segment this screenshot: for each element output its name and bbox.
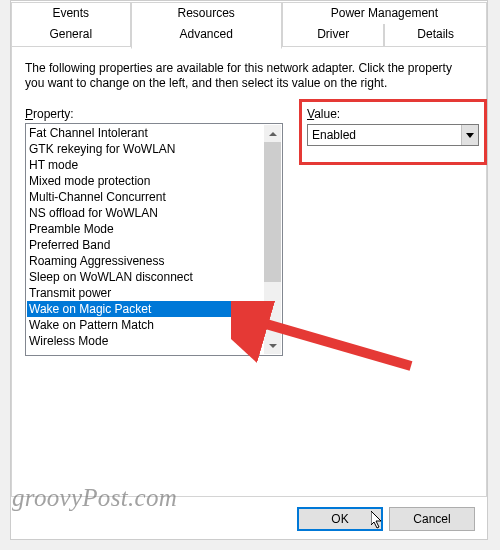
chevron-up-icon: [269, 132, 277, 136]
tab-events[interactable]: Events: [11, 2, 131, 25]
tab-general[interactable]: General: [11, 24, 131, 47]
watermark-text: groovyPost.com: [12, 484, 177, 512]
tab-advanced[interactable]: Advanced: [131, 24, 282, 49]
value-dropdown[interactable]: Enabled: [307, 124, 479, 146]
tab-strip: EventsResourcesPower Management GeneralA…: [11, 1, 487, 48]
list-item[interactable]: Preamble Mode: [27, 221, 265, 237]
listbox-scrollbar[interactable]: [264, 125, 281, 354]
tab-panel-advanced: The following properties are available f…: [25, 61, 473, 356]
chevron-down-icon: [466, 133, 474, 138]
scroll-down-button[interactable]: [264, 337, 281, 354]
list-item[interactable]: Fat Channel Intolerant: [27, 125, 265, 141]
list-item[interactable]: Mixed mode protection: [27, 173, 265, 189]
list-item[interactable]: Roaming Aggressiveness: [27, 253, 265, 269]
list-item[interactable]: GTK rekeying for WoWLAN: [27, 141, 265, 157]
dropdown-button[interactable]: [461, 125, 478, 145]
tab-power-management[interactable]: Power Management: [282, 2, 487, 25]
tab-resources[interactable]: Resources: [131, 2, 282, 25]
list-item[interactable]: Multi-Channel Concurrent: [27, 189, 265, 205]
list-item[interactable]: NS offload for WoWLAN: [27, 205, 265, 221]
list-item[interactable]: Wake on Magic Packet: [27, 301, 265, 317]
tab-details[interactable]: Details: [384, 24, 487, 47]
ok-button[interactable]: OK: [297, 507, 383, 531]
list-item[interactable]: Wake on Pattern Match: [27, 317, 265, 333]
property-label: Property:: [25, 107, 283, 121]
chevron-down-icon: [269, 344, 277, 348]
property-listbox[interactable]: Fat Channel IntolerantGTK rekeying for W…: [25, 123, 283, 356]
tab-driver[interactable]: Driver: [282, 24, 385, 47]
scroll-up-button[interactable]: [264, 125, 281, 142]
cancel-button[interactable]: Cancel: [389, 507, 475, 531]
value-dropdown-text: Enabled: [308, 128, 461, 142]
description-text: The following properties are available f…: [25, 61, 473, 91]
list-item[interactable]: Sleep on WoWLAN disconnect: [27, 269, 265, 285]
list-item[interactable]: Wireless Mode: [27, 333, 265, 349]
device-properties-dialog: EventsResourcesPower Management GeneralA…: [10, 0, 488, 540]
list-item[interactable]: Transmit power: [27, 285, 265, 301]
list-item[interactable]: HT mode: [27, 157, 265, 173]
list-item[interactable]: Preferred Band: [27, 237, 265, 253]
scroll-thumb[interactable]: [264, 142, 281, 282]
